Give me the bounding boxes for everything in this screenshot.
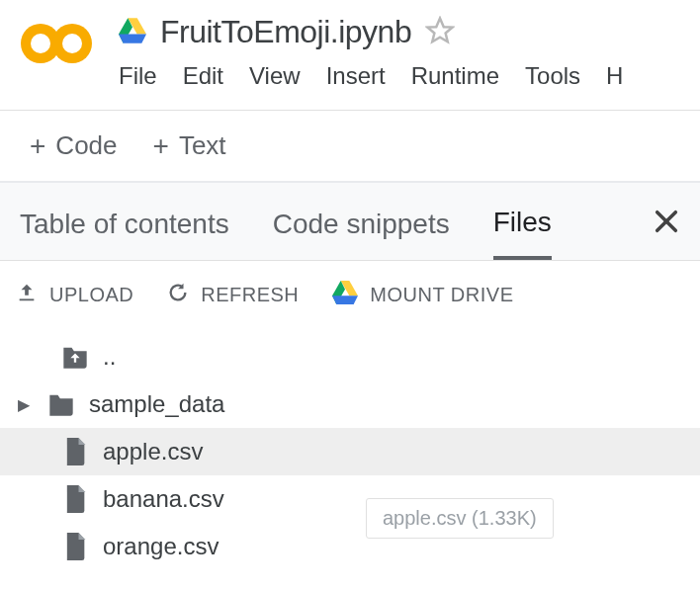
file-name: banana.csv (103, 485, 224, 513)
side-panel: Table of contents Code snippets Files UP… (0, 181, 700, 591)
mount-drive-label: MOUNT DRIVE (370, 284, 513, 306)
menu-h[interactable]: H (606, 62, 623, 90)
refresh-button[interactable]: REFRESH (167, 282, 299, 308)
mount-drive-button[interactable]: MOUNT DRIVE (332, 281, 513, 309)
drive-icon (332, 281, 358, 309)
svg-point-5 (52, 24, 92, 63)
svg-marker-15 (332, 296, 358, 304)
panel-tabs: Table of contents Code snippets Files (0, 183, 700, 260)
menubar: File Edit View Insert Runtime Tools H (119, 62, 623, 90)
list-item[interactable]: apple.csv (0, 428, 700, 475)
file-name: .. (103, 343, 116, 371)
menu-tools[interactable]: Tools (525, 62, 580, 90)
colab-logo-icon (18, 20, 95, 71)
file-icon (61, 485, 89, 513)
list-item[interactable]: orange.csv (0, 523, 700, 570)
menu-edit[interactable]: Edit (183, 62, 223, 90)
upload-icon (16, 282, 38, 308)
file-icon (61, 438, 89, 465)
refresh-label: REFRESH (201, 284, 299, 306)
tab-snippets[interactable]: Code snippets (273, 209, 450, 258)
chevron-right-icon[interactable]: ▶ (18, 395, 34, 414)
list-item[interactable]: banana.csv (0, 475, 700, 523)
panel-actions: UPLOAD REFRESH MOUNT DRI (0, 281, 700, 333)
folder-icon (47, 392, 75, 416)
add-code-label: Code (55, 130, 117, 161)
tab-toc[interactable]: Table of contents (20, 209, 229, 258)
svg-marker-9 (428, 18, 453, 42)
file-icon (61, 533, 89, 560)
menu-view[interactable]: View (249, 62, 301, 90)
file-name: apple.csv (103, 438, 203, 465)
notebook-title[interactable]: FruitToEmoji.ipynb (160, 14, 411, 50)
add-text-button[interactable]: + Text (153, 130, 226, 161)
add-code-button[interactable]: + Code (30, 130, 118, 161)
refresh-icon (167, 282, 189, 308)
menu-insert[interactable]: Insert (326, 62, 386, 90)
upload-button[interactable]: UPLOAD (16, 282, 133, 308)
svg-rect-12 (20, 298, 35, 300)
add-text-label: Text (179, 130, 226, 161)
menu-runtime[interactable]: Runtime (411, 62, 499, 90)
header: FruitToEmoji.ipynb File Edit View Insert… (0, 0, 700, 90)
file-name: orange.csv (103, 533, 219, 560)
star-icon[interactable] (425, 16, 455, 49)
file-list: .. ▶ sample_data a (0, 333, 700, 570)
list-item[interactable]: ▶ sample_data (0, 380, 700, 428)
menu-file[interactable]: File (119, 62, 157, 90)
upload-label: UPLOAD (49, 284, 133, 306)
folder-up-icon (61, 345, 89, 369)
addcell-row: + Code + Text (0, 111, 700, 181)
svg-marker-8 (119, 34, 146, 42)
file-name: sample_data (89, 390, 224, 418)
close-icon[interactable] (653, 208, 680, 260)
list-item[interactable]: .. (0, 333, 700, 380)
drive-icon (119, 18, 146, 47)
tab-files[interactable]: Files (493, 207, 552, 260)
